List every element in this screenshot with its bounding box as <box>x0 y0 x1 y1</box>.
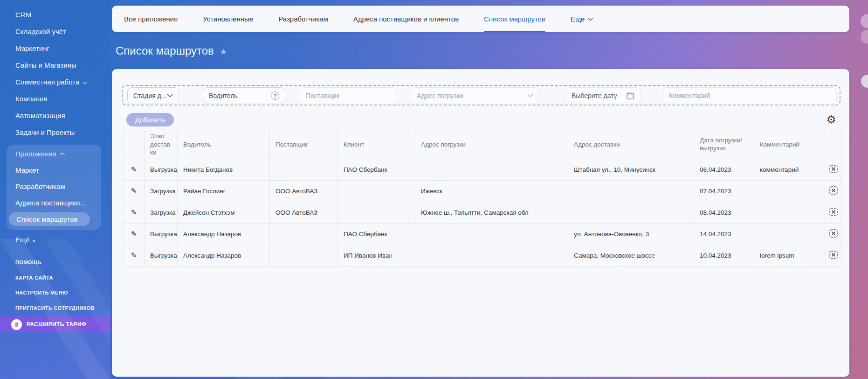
edge-widget-button[interactable] <box>861 14 868 28</box>
sidebar-item-label: Совместная работа <box>15 74 79 91</box>
header-edit-column <box>124 130 145 159</box>
calendar-icon <box>626 91 634 100</box>
sidebar-item-sites[interactable]: Сайты и Магазины <box>0 57 110 74</box>
sidebar-item-label: Сайты и Магазины <box>15 57 76 74</box>
chevron-down-icon <box>588 18 593 21</box>
add-button[interactable]: Добавить <box>126 113 174 126</box>
stage-filter-label: Стадия д... <box>133 92 166 99</box>
page-title-text: Список маршрутов <box>116 44 214 57</box>
edge-widget-button[interactable] <box>861 75 868 88</box>
sidebar-item-label: Разработчикам <box>15 182 65 190</box>
tab-routes[interactable]: Список маршрутов <box>484 6 545 32</box>
cell-load-address: Ижевск <box>415 180 568 202</box>
sitemap-link[interactable]: КАРТА САЙТА <box>0 270 110 286</box>
sidebar-item-automation[interactable]: Автоматизация <box>0 107 110 124</box>
header-driver: Водитель <box>178 130 270 159</box>
cell-supplier <box>270 245 338 266</box>
filter-bar: Стадия д... ? Адрес погрузки Выберите да… <box>122 85 840 105</box>
edit-icon[interactable]: ✎ <box>131 251 137 260</box>
sidebar-item-crm[interactable]: CRM <box>0 7 110 23</box>
date-filter[interactable]: Выберите дату <box>565 87 641 104</box>
top-tab-bar: Все приложения Установленные Разработчик… <box>112 6 849 32</box>
cell-supplier: ООО АвтоВАЗ <box>270 180 338 202</box>
edit-icon[interactable]: ✎ <box>131 165 137 174</box>
supplier-filter-input[interactable] <box>306 92 391 99</box>
sidebar-group-apps[interactable]: Приложения <box>7 146 101 162</box>
sidebar-item-warehouse[interactable]: Складской учёт <box>0 23 110 40</box>
sidebar-footer: ПОМОЩЬ КАРТА САЙТА НАСТРОИТЬ МЕНЮ ПРИГЛА… <box>0 255 110 316</box>
upgrade-plan-button[interactable]: ♛ РАСШИРИТЬ ТАРИФ <box>0 316 110 332</box>
cell-stage: Загрузка <box>145 180 178 202</box>
table-row[interactable]: ✎ Выгрузка Никита Богданов ПАО Сбербанк … <box>124 159 842 180</box>
stage-filter[interactable]: Стадия д... <box>127 87 179 104</box>
cell-driver: Райан Гослинг <box>178 180 270 202</box>
table-header-row: Этап доставки Водитель Поставщик Клиент … <box>124 130 842 159</box>
sidebar-item-more[interactable]: Ещё ▾ <box>0 232 110 248</box>
sidebar-item-label: Маркет <box>15 166 39 174</box>
sidebar-item-routes[interactable]: Список маршрутов <box>9 212 90 226</box>
cell-delivery-address: ул. Антонова-Овсеенко, 3 <box>568 223 694 245</box>
comment-filter <box>663 87 837 104</box>
table-row[interactable]: ✎ Выгрузка Александр Назаров ПАО Сбербан… <box>124 223 842 245</box>
sidebar-item-collaboration[interactable]: Совместная работа <box>0 74 110 91</box>
sidebar-nav: CRM Складской учёт Маркетинг Сайты и Маг… <box>0 7 110 248</box>
settings-gear-icon[interactable]: ⚙ <box>824 112 839 127</box>
load-address-filter[interactable]: Адрес погрузки <box>411 87 539 104</box>
header-stage: Этап доставки <box>145 130 178 159</box>
sidebar-apps-group: Приложения Маркет Разработчикам Адреса п… <box>7 145 101 230</box>
customize-menu-link[interactable]: НАСТРОИТЬ МЕНЮ <box>0 285 110 301</box>
tab-all-apps[interactable]: Все приложения <box>124 6 178 32</box>
sidebar-item-label: Адреса поставщико... <box>15 199 86 207</box>
table-row[interactable]: ✎ Загрузка Джейсон Стэтхэм ООО АвтоВАЗ Ю… <box>124 202 842 223</box>
cell-client: ИП Иванов Иван <box>338 245 415 266</box>
tab-more[interactable]: Еще <box>571 6 593 32</box>
cell-load-address: Южное ш., Тольятти, Самарская обл <box>415 202 568 223</box>
table-row[interactable]: ✎ Выгрузка Александр Назаров ИП Иванов И… <box>124 245 842 266</box>
sidebar-item-tasks[interactable]: Задачи и Проекты <box>0 124 110 141</box>
page-title: Список маршрутов ★ <box>116 44 227 57</box>
sidebar-item-developers[interactable]: Разработчикам <box>7 178 101 195</box>
invite-employees-link[interactable]: ПРИГЛАСИТЬ СОТРУДНИКОВ <box>0 301 110 316</box>
group-header-label: Приложения <box>15 146 56 162</box>
content-panel: Стадия д... ? Адрес погрузки Выберите да… <box>112 69 849 377</box>
tab-label: Разработчикам <box>278 15 328 23</box>
driver-filter: ? <box>203 87 285 104</box>
delete-icon[interactable] <box>829 250 838 260</box>
chevron-down-icon <box>527 94 533 98</box>
cell-stage: Выгрузка <box>145 159 178 180</box>
cell-comment <box>754 180 825 202</box>
tab-label: Адреса поставщиков и клиентов <box>353 15 459 23</box>
edit-icon[interactable]: ✎ <box>131 187 137 195</box>
cell-date: 06.04.2023 <box>694 159 754 180</box>
sidebar-item-label: Автоматизация <box>15 107 65 124</box>
edit-icon[interactable]: ✎ <box>131 230 137 238</box>
edit-icon[interactable]: ✎ <box>131 208 137 217</box>
tab-label: Установленные <box>203 15 253 23</box>
cell-client: ПАО Сбербанк <box>338 159 415 180</box>
tab-installed[interactable]: Установленные <box>203 6 253 32</box>
cell-delivery-address <box>568 202 694 223</box>
delete-icon[interactable] <box>829 186 838 195</box>
chevron-down-icon: ▾ <box>33 233 35 249</box>
cell-date: 14.04.2023 <box>694 223 754 245</box>
table-row[interactable]: ✎ Загрузка Райан Гослинг ООО АвтоВАЗ Иже… <box>124 180 842 202</box>
favorite-star-icon[interactable]: ★ <box>220 47 227 57</box>
comment-filter-input[interactable] <box>669 92 831 99</box>
sidebar-item-company[interactable]: Компания <box>0 91 110 107</box>
tab-addresses[interactable]: Адреса поставщиков и клиентов <box>353 6 459 32</box>
help-link[interactable]: ПОМОЩЬ <box>0 255 110 270</box>
driver-filter-input[interactable] <box>209 92 271 99</box>
delete-icon[interactable] <box>829 207 838 217</box>
delete-icon[interactable] <box>829 164 838 174</box>
edge-widget-button[interactable] <box>861 30 868 44</box>
sidebar-item-market[interactable]: Маркет <box>7 162 101 178</box>
chevron-up-icon <box>60 152 65 155</box>
cell-load-address <box>415 223 568 245</box>
tab-label: Еще <box>571 15 585 23</box>
delete-icon[interactable] <box>829 229 838 238</box>
help-icon[interactable]: ? <box>271 91 279 100</box>
supplier-filter <box>300 87 397 104</box>
sidebar-item-addresses[interactable]: Адреса поставщико... <box>7 195 101 211</box>
tab-developers[interactable]: Разработчикам <box>278 6 328 32</box>
sidebar-item-marketing[interactable]: Маркетинг <box>0 40 110 57</box>
